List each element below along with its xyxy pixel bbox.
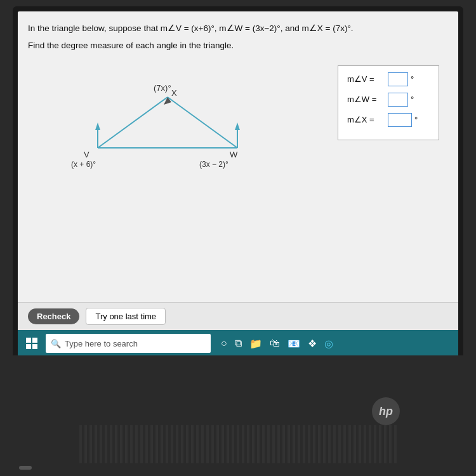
- answer-label-v: m∠V =: [347, 74, 385, 84]
- svg-text:(3x − 2)°: (3x − 2)°: [199, 160, 228, 169]
- answer-box: m∠V = ° m∠W = ° m∠X = °: [338, 65, 439, 140]
- task-view-icon[interactable]: ⧉: [235, 338, 242, 349]
- keyboard-dots: [79, 425, 397, 463]
- laptop-outer: In the triangle below, suppose that m∠V …: [0, 0, 476, 476]
- answer-input-w[interactable]: [388, 93, 408, 107]
- degree-w: °: [411, 95, 414, 104]
- mail-icon[interactable]: 📧: [288, 338, 300, 350]
- svg-text:(7x)°: (7x)°: [154, 83, 171, 93]
- triangle-diagram: (7x)° X V (x + 6)° W (3x − 2)°: [47, 59, 250, 186]
- keyboard-area: hp: [0, 355, 476, 476]
- laptop-bottom: hp: [0, 355, 476, 476]
- edge-icon[interactable]: ◎: [324, 338, 333, 350]
- answer-row-w: m∠W = °: [347, 93, 430, 107]
- screen: In the triangle below, suppose that m∠V …: [18, 11, 458, 357]
- svg-line-1: [168, 97, 237, 148]
- taskbar-icons: ○ ⧉ 📁 🛍 📧 ❖ ◎: [221, 338, 333, 350]
- store-icon[interactable]: 🛍: [270, 338, 280, 349]
- taskbar: 🔍 Type here to search ○ ⧉ 📁 🛍 📧 ❖ ◎: [18, 330, 458, 357]
- svg-rect-15: [32, 338, 37, 343]
- recheck-button[interactable]: Recheck: [28, 308, 79, 324]
- svg-text:(x + 6)°: (x + 6)°: [71, 160, 96, 169]
- search-icon: 🔍: [51, 339, 61, 348]
- search-bar[interactable]: 🔍 Type here to search: [46, 334, 211, 353]
- degree-v: °: [411, 74, 414, 84]
- svg-line-0: [98, 97, 168, 148]
- recheck-bar: Recheck Try one last time: [18, 302, 458, 330]
- svg-marker-7: [164, 97, 171, 105]
- svg-rect-16: [26, 344, 31, 349]
- answer-label-w: m∠W =: [347, 95, 385, 104]
- answer-label-x: m∠X =: [347, 115, 385, 124]
- search-placeholder-text: Type here to search: [65, 339, 138, 348]
- problem-line2: Find the degree measure of each angle in…: [28, 41, 446, 50]
- hp-logo: hp: [372, 397, 400, 425]
- cortana-icon[interactable]: ○: [221, 338, 227, 349]
- degree-x: °: [414, 115, 418, 124]
- content-area: In the triangle below, suppose that m∠V …: [18, 11, 458, 302]
- answer-input-v[interactable]: [388, 72, 408, 86]
- answer-row-v: m∠V = °: [347, 72, 430, 86]
- try-last-time-button[interactable]: Try one last time: [86, 308, 166, 325]
- answer-row-x: m∠X = °: [347, 113, 430, 127]
- diagram-row: (7x)° X V (x + 6)° W (3x − 2)° m∠V =: [28, 59, 446, 186]
- svg-rect-17: [32, 344, 37, 349]
- answer-input-x[interactable]: [388, 113, 412, 127]
- svg-text:W: W: [230, 150, 238, 159]
- screen-bezel: In the triangle below, suppose that m∠V …: [13, 6, 463, 362]
- svg-rect-14: [26, 338, 31, 343]
- power-button[interactable]: [19, 466, 32, 470]
- svg-marker-4: [95, 122, 100, 130]
- svg-text:X: X: [171, 88, 177, 98]
- windows-icon[interactable]: [23, 334, 41, 352]
- svg-marker-6: [235, 122, 240, 130]
- dropbox-icon[interactable]: ❖: [308, 338, 317, 350]
- files-icon[interactable]: 📁: [249, 338, 262, 350]
- problem-line1: In the triangle below, suppose that m∠V …: [28, 22, 446, 36]
- svg-text:V: V: [84, 150, 89, 159]
